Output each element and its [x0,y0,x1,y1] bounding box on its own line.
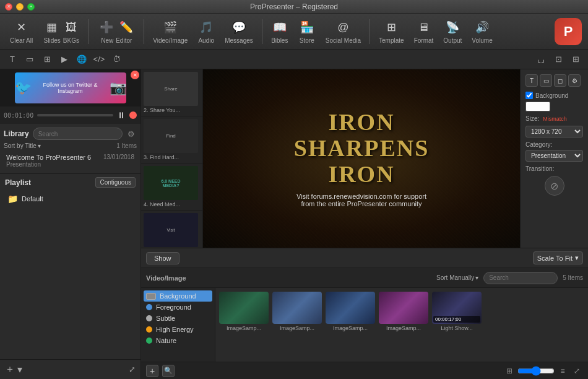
library-title: Library [4,129,29,138]
new-icon[interactable]: ➕ [98,19,115,36]
media-item-1[interactable]: ImageSamp... [219,292,269,331]
props-icon-2[interactable]: ▭ [540,74,552,87]
image-tool-button[interactable]: ⊞ [40,52,54,67]
sort-manually-label: Sort Manually [436,274,474,281]
props-icon-3[interactable]: ◻ [554,74,566,87]
social-media-icon[interactable]: @ [334,19,352,36]
add-media-button[interactable]: + [146,365,158,377]
scale-chevron-icon: ▾ [575,254,579,262]
media-cat-foreground[interactable]: Foreground [144,302,212,313]
media-item-3[interactable]: ImageSamp... [326,292,375,331]
slide-thumb-img-3: Find [144,119,198,153]
size-select[interactable]: 1280 x 720 [525,126,583,137]
volume-icon[interactable]: 🔊 [473,19,491,36]
sort-manually-button[interactable]: Sort Manually ▾ [436,274,478,281]
messages-icon[interactable]: 💬 [230,19,248,36]
close-button[interactable]: ✕ [5,3,12,11]
search-media-button[interactable]: 🔍 [162,365,175,377]
library-item[interactable]: Welcome To ProPresenter 6 Presentation 1… [4,152,137,170]
expand-button[interactable]: ⤢ [129,365,136,374]
progress-bar[interactable] [37,114,113,116]
web-tool-button[interactable]: 🌐 [74,52,89,67]
slide-thumb-5[interactable]: Visit 5. Visit The S... [141,211,202,248]
bibles-label: Bibles [271,37,288,44]
library-settings-button[interactable]: ⚙ [126,128,137,140]
bkgs-icon[interactable]: 🖼 [63,19,80,36]
stop-button[interactable] [129,111,137,119]
pause-button[interactable]: ⏸ [117,110,126,120]
code-tool-button[interactable]: </> [92,52,106,67]
thumb-size-slider[interactable] [517,366,555,376]
fullscreen-button[interactable]: + [27,3,35,11]
media-tab-video[interactable]: Video/Image [146,274,186,282]
audio-icon[interactable]: 🎵 [197,19,215,36]
media-cat-nature[interactable]: Nature [144,335,212,346]
layout-tool-button[interactable]: ⊞ [568,52,583,67]
store-icon[interactable]: 🏪 [298,19,316,36]
expand-media-button[interactable]: ⤢ [571,365,583,377]
media-item-5[interactable]: 00:00:17;00 Light Show... [432,292,482,331]
rect-tool-button[interactable]: ▭ [22,52,37,67]
clear-all-icon[interactable]: ✕ [13,19,30,36]
background-color-swatch[interactable] [525,102,550,111]
template-icon[interactable]: ⊞ [383,19,400,36]
left-panel: ✕ 🐦 Follow us on Twitter & Instagram 📷 0… [0,69,141,379]
clear-all-label: Clear All [10,37,33,44]
media-cat-subtle[interactable]: Subtle [144,313,212,324]
slide-thumb-content-4: 6.0 NEEDMEDIA? [160,178,181,189]
video-tool-button[interactable]: ▶ [57,52,72,67]
media-cat-high-energy[interactable]: High Energy [144,324,212,335]
media-search-input[interactable] [483,272,558,284]
social-close-button[interactable]: ✕ [131,71,139,79]
clock-tool-button[interactable]: ⏱ [109,52,124,67]
media-thumb-label-3: ImageSamp... [326,325,375,331]
text-tool-button[interactable]: T [5,52,20,67]
list-item[interactable]: 📁 Default [5,192,136,206]
slide-thumb-2[interactable]: Share 2. Share You... [141,69,202,116]
media-item-2[interactable]: ImageSamp... [272,292,322,331]
media-cat-background[interactable]: Background [144,290,212,302]
media-cat-nature-label: Nature [156,337,176,344]
library-item-type: Presentation [6,161,91,168]
output-icon[interactable]: 📡 [444,19,461,36]
sort-button[interactable]: Sort by Title ▾ [4,142,41,149]
minimize-button[interactable]: – [16,3,24,11]
chevron-down-icon[interactable]: ▾ [17,364,22,375]
progress-area: 00:01:00 ⏸ [0,107,141,124]
toolbar-divider-3 [262,19,262,44]
contiguous-button[interactable]: Contiguous [95,177,136,188]
list-view-button[interactable]: ≡ [556,365,569,377]
add-remove-buttons[interactable]: ＋ ▾ [5,363,22,376]
slide-thumb-4[interactable]: 6.0 NEEDMEDIA? 4. Need Med... [141,163,202,211]
category-select[interactable]: Presentation [525,150,583,162]
grid-view-button[interactable]: ⊞ [503,365,516,377]
video-image-icon[interactable]: 🎬 [159,19,181,36]
fit-tool-button[interactable]: ⊡ [551,52,566,67]
bibles-icon[interactable]: 📖 [271,19,288,36]
props-icons-row: T ▭ ◻ ⚙ [525,74,583,87]
show-button[interactable]: Show [146,252,179,264]
scale-to-fit-select[interactable]: Scale To Fit ▾ [533,251,583,264]
library-search-input[interactable] [33,128,123,140]
slide-thumb-3[interactable]: Find 3. Find Hard... [141,116,202,163]
preview-row: Share 2. Share You... Find 3. Find Hard.… [141,69,588,248]
toolbar-group-store: 🏪 Store [295,19,319,44]
playlist-title: Playlist [5,178,31,187]
props-icon-1[interactable]: T [525,74,538,87]
playlist-header: Playlist Contiguous [0,174,141,191]
props-icon-4[interactable]: ⚙ [568,74,581,87]
transition-button[interactable]: ⊘ [545,176,564,196]
folder-icon: 📁 [7,194,18,204]
background-label: Background [535,92,568,99]
media-thumb-1 [219,292,269,324]
editor-icon[interactable]: ✏️ [118,19,135,36]
media-toolbar: Video/Image Sort Manually ▾ 5 Items [141,268,588,288]
add-icon[interactable]: ＋ [5,363,15,376]
slides-icon[interactable]: ▦ [43,19,60,36]
background-checkbox[interactable] [525,92,533,99]
crop-tool-button[interactable]: ⌞⌟ [534,52,548,67]
format-icon[interactable]: 🖥 [415,19,432,36]
toolbar-group-slides: ▦ 🖼 Slides BKGs [39,19,84,44]
media-items-count: 5 Items [563,274,583,281]
media-item-4[interactable]: ImageSamp... [379,292,428,331]
